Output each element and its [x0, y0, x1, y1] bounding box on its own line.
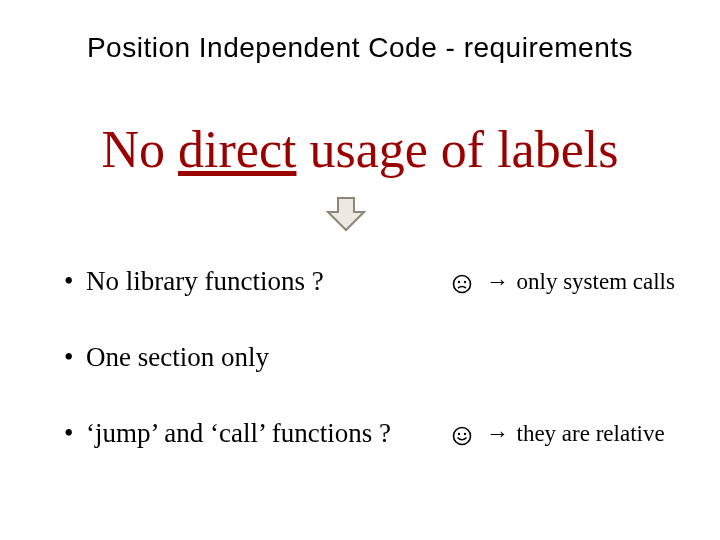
- arrow-right-icon: →: [480, 420, 511, 446]
- down-arrow-icon: [326, 196, 366, 236]
- resolution-3: → they are relative: [450, 420, 665, 449]
- arrow-right-icon: →: [480, 268, 511, 294]
- sad-face-icon: [450, 270, 474, 297]
- resolution-1: → only system calls: [450, 268, 675, 297]
- bullet-marker: •: [64, 418, 86, 449]
- bullet-text-3: ‘jump’ and ‘call’ functions ?: [86, 418, 391, 449]
- happy-face-icon: [450, 422, 474, 449]
- bullet-text-1: No library functions ?: [86, 266, 324, 297]
- resolution-text-1: only system calls: [511, 269, 675, 294]
- bullet-item-2: • One section only: [64, 340, 391, 374]
- svg-point-3: [454, 428, 471, 445]
- headline-post: usage of labels: [296, 121, 618, 178]
- bullet-item-1: • No library functions ?: [64, 264, 391, 298]
- bullet-marker: •: [64, 266, 86, 297]
- bullet-marker: •: [64, 342, 86, 373]
- svg-point-2: [464, 281, 466, 283]
- headline-underlined: direct: [178, 121, 296, 178]
- svg-point-5: [464, 433, 466, 435]
- headline: No direct usage of labels: [0, 120, 720, 179]
- bullet-item-3: • ‘jump’ and ‘call’ functions ?: [64, 416, 391, 450]
- svg-point-1: [458, 281, 460, 283]
- headline-pre: No: [102, 121, 179, 178]
- slide-title: Position Independent Code - requirements: [0, 32, 720, 64]
- bullet-text-2: One section only: [86, 342, 269, 373]
- resolution-text-3: they are relative: [511, 421, 665, 446]
- svg-point-0: [454, 276, 471, 293]
- svg-point-4: [458, 433, 460, 435]
- bullet-list: • No library functions ? • One section o…: [64, 264, 391, 492]
- slide: Position Independent Code - requirements…: [0, 0, 720, 540]
